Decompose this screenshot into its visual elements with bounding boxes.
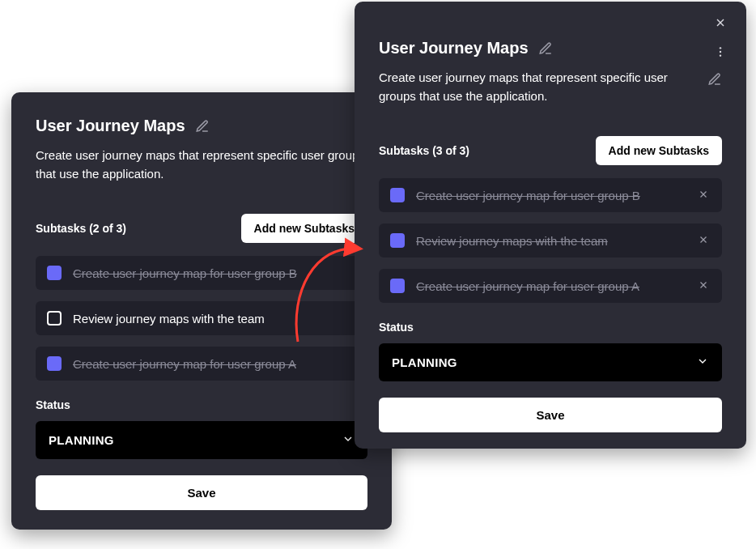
svg-point-4 bbox=[720, 54, 721, 56]
subtask-row[interactable]: Create user journey map for user group B bbox=[379, 178, 722, 212]
edit-icon[interactable] bbox=[195, 119, 210, 134]
subtask-text: Review journey maps with the team bbox=[73, 312, 356, 326]
save-button[interactable]: Save bbox=[36, 475, 367, 510]
close-icon[interactable] bbox=[714, 16, 728, 31]
subtask-checkbox[interactable] bbox=[47, 266, 62, 280]
remove-icon[interactable] bbox=[698, 234, 711, 247]
subtask-row[interactable]: Create user journey map for user group A bbox=[379, 269, 722, 303]
subtask-row[interactable]: Review journey maps with the team bbox=[379, 223, 722, 257]
subtask-checkbox[interactable] bbox=[390, 279, 405, 293]
subtask-row[interactable]: Review journey maps with the team bbox=[36, 301, 367, 335]
subtask-text: Create user journey map for user group A bbox=[73, 357, 356, 371]
status-value: PLANNING bbox=[392, 355, 457, 369]
save-button[interactable]: Save bbox=[379, 398, 722, 432]
subtask-row[interactable]: Create user journey map for user group A bbox=[36, 347, 367, 381]
add-subtask-button[interactable]: Add new Subtasks bbox=[596, 136, 722, 165]
subtask-checkbox[interactable] bbox=[47, 356, 62, 371]
task-card-after: User Journey Maps Create user journey ma… bbox=[355, 2, 746, 449]
svg-point-2 bbox=[720, 47, 721, 49]
chevron-down-icon bbox=[696, 355, 709, 370]
subtask-text: Create user journey map for user group B bbox=[416, 189, 686, 202]
subtask-text: Create user journey map for user group B bbox=[73, 266, 356, 280]
task-description: Create user journey maps that represent … bbox=[36, 147, 367, 183]
subtask-checkbox[interactable] bbox=[390, 188, 405, 202]
remove-icon[interactable] bbox=[698, 279, 711, 292]
edit-icon[interactable] bbox=[538, 41, 553, 56]
subtask-checkbox[interactable] bbox=[390, 233, 405, 248]
status-label: Status bbox=[379, 321, 722, 334]
subtask-text: Review journey maps with the team bbox=[416, 234, 686, 248]
edit-icon[interactable] bbox=[707, 72, 722, 87]
subtasks-count-label: Subtasks (3 of 3) bbox=[379, 144, 469, 157]
kebab-icon[interactable] bbox=[714, 45, 728, 60]
status-select[interactable]: PLANNING bbox=[379, 343, 722, 381]
subtask-checkbox[interactable] bbox=[47, 311, 62, 326]
status-select[interactable]: PLANNING bbox=[36, 421, 367, 459]
task-card-before: User Journey Maps Create user journey ma… bbox=[11, 92, 392, 530]
subtasks-count-label: Subtasks (2 of 3) bbox=[36, 222, 126, 235]
subtask-text: Create user journey map for user group A bbox=[416, 279, 686, 293]
status-value: PLANNING bbox=[49, 433, 114, 447]
status-label: Status bbox=[36, 398, 367, 411]
chevron-down-icon bbox=[342, 432, 355, 448]
svg-point-3 bbox=[720, 51, 721, 53]
task-title: User Journey Maps bbox=[36, 117, 185, 135]
remove-icon[interactable] bbox=[698, 189, 711, 202]
task-description: Create user journey maps that represent … bbox=[379, 69, 698, 105]
add-subtask-button[interactable]: Add new Subtasks bbox=[241, 214, 367, 243]
task-title: User Journey Maps bbox=[379, 39, 529, 57]
subtask-row[interactable]: Create user journey map for user group B bbox=[36, 256, 367, 290]
